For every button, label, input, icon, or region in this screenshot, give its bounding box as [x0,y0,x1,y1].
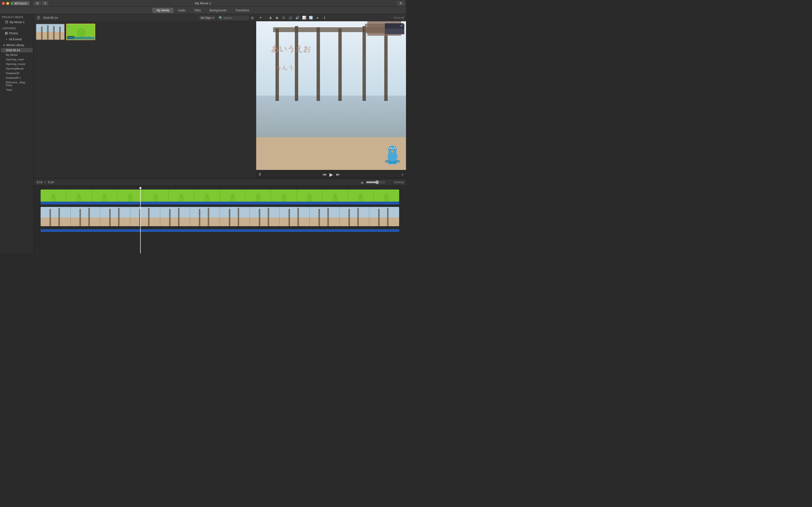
svg-rect-43 [128,197,133,202]
music-icon: ♪ [36,249,38,252]
play-button[interactable]: ▶ [329,172,333,177]
svg-rect-5 [59,26,61,40]
clips-selector[interactable]: All Clips ▼ [199,16,215,20]
svg-rect-64 [307,197,312,202]
photos-icon: 🖼 [5,32,8,35]
volume-slider-area: 🔈 [361,180,387,184]
svg-rect-74 [41,207,70,218]
overlay-frame [194,189,220,202]
video-frame [100,207,130,226]
tab-my-media[interactable]: My Media [152,8,173,13]
camera-button[interactable]: 🎥 [288,15,293,20]
svg-rect-110 [310,207,339,218]
svg-rect-94 [190,207,220,218]
sidebar-item-my-movie-lib[interactable]: My Movie [1,53,33,57]
sidebar-item-photos[interactable]: 🖼 Photos [1,31,33,36]
share-icon[interactable]: ⬆ [397,1,404,6]
timeline-current-time: 0:14 [37,181,42,184]
svg-rect-119 [369,218,399,226]
sidebar-item-all-events[interactable]: ＋ All Events [1,36,33,42]
timeline-header: 0:14 / 0:14 🔈 Settings [34,179,406,186]
crop-button[interactable]: ⊡ [281,15,286,20]
volume-button[interactable]: 🔊 [295,15,300,20]
tab-backgrounds[interactable]: Backgrounds [205,8,231,13]
sidebar-item-tsubasa30-1[interactable]: tsubasa30 1 [1,75,33,80]
overlay-frame [373,189,399,202]
window-right-controls: ⬆ [397,1,404,6]
overlay-frame [41,189,66,202]
main-layout: Project Media 🎬 My Movie 1 Libraries 🖼 P… [0,14,406,253]
tab-audio[interactable]: Audio [173,8,190,13]
all-clips-label: All Clips [201,16,211,19]
svg-rect-84 [109,209,111,226]
svg-rect-93 [178,208,179,226]
libraries-header: Libraries [0,25,34,31]
info-button[interactable]: ℹ [322,15,327,20]
clip-beach[interactable] [36,24,65,40]
adjust-button[interactable]: ◉ [274,15,280,20]
svg-point-21 [388,146,397,154]
timeline-settings-button[interactable]: Settings [394,181,404,184]
sidebar-toggle-button[interactable]: ☰ [36,15,41,20]
fullscreen-button[interactable]: ⤢ [401,173,404,176]
overlay-track[interactable]: // Will populate via JS below [41,189,399,202]
svg-rect-61 [281,197,286,202]
browser-toolbar: ☰ 2018-05-14 All Clips ▼ 🔍 ⚙ [34,14,256,22]
sticker-button[interactable]: ● [315,15,320,20]
svg-rect-115 [340,218,369,226]
search-input[interactable] [223,16,245,19]
microphone-button[interactable]: 🎙 [258,172,262,177]
svg-rect-95 [190,218,220,226]
sidebar-item-welcome[interactable]: Welcome...ding Party [1,80,33,88]
svg-rect-109 [298,208,299,226]
svg-rect-78 [70,207,100,218]
content-area: ☰ 2018-05-14 All Clips ▼ 🔍 ⚙ [34,14,256,179]
video-track[interactable] [41,207,399,226]
imovie-library-header[interactable]: ▼ iMovie Library [1,43,33,48]
layout-icon[interactable]: ⊞ [34,1,41,6]
expand-icon[interactable] [401,23,405,27]
svg-point-25 [394,149,395,150]
svg-rect-34 [51,197,56,202]
sidebar-item-tsubasa30[interactable]: Tsubasa30 [1,71,33,75]
overlay-frame [220,189,246,202]
svg-rect-89 [148,208,150,226]
playhead [140,187,141,253]
top-row: ☰ 2018-05-14 All Clips ▼ 🔍 ⚙ [34,14,406,179]
title-bar: ◀ Projects ⊞ ⬇ My Movie 1 ⬆ [0,0,406,7]
overlay-frame [297,189,322,202]
tab-titles[interactable]: Titles [190,8,205,13]
volume-slider[interactable] [366,180,385,184]
minimize-button[interactable] [6,2,9,5]
sidebar-item-2018-05-14[interactable]: 2018-05-14 [1,48,33,52]
overlay-frame [117,189,143,202]
svg-rect-83 [100,218,130,226]
tool-separator-1 [265,16,266,19]
rewind-button[interactable]: ⏮ [323,172,326,177]
sidebar-item-my-movie[interactable]: 🎬 My Movie 1 [1,19,33,25]
reset-all-button[interactable]: Reset All [394,16,404,19]
preview-area: ✦ ◑ ◉ ⊡ 🎥 🔊 📊 🔄 ● ℹ Reset All [256,14,406,179]
svg-rect-97 [208,208,209,226]
overlay-frame [246,189,271,202]
stabilize-button[interactable]: 🔄 [308,15,313,20]
video-frame [220,207,250,226]
balance-button[interactable]: ◑ [267,15,273,20]
sidebar-item-opening-movie[interactable]: Opening_movie [1,62,33,66]
clip-green[interactable]: 14.5s ♥ ＋ [66,24,95,40]
sidebar-item-opening-main[interactable]: Opening_main [1,57,33,62]
sidebar-item-opening-movie2[interactable]: OpeningMovie [1,66,33,71]
magic-wand-button[interactable]: ✦ [258,15,263,20]
chart-button[interactable]: 📊 [301,15,307,20]
projects-button[interactable]: ◀ Projects [12,1,30,5]
preview-text-overlay: あいうえお をんう [271,44,311,71]
browser-settings-button[interactable]: ⚙ [251,16,254,20]
download-icon[interactable]: ⬇ [42,1,48,6]
svg-rect-103 [250,218,280,226]
fast-forward-button[interactable]: ⏭ [336,172,340,177]
timeline-tracks[interactable]: // Will populate via JS below ♪ [34,186,406,253]
sidebar-item-yuka[interactable]: Yuka [1,88,33,92]
media-toolbar: My Media Audio Titles Backgrounds Transi… [0,7,406,14]
tab-transitions[interactable]: Transitions [231,8,254,13]
close-button[interactable] [2,2,5,5]
